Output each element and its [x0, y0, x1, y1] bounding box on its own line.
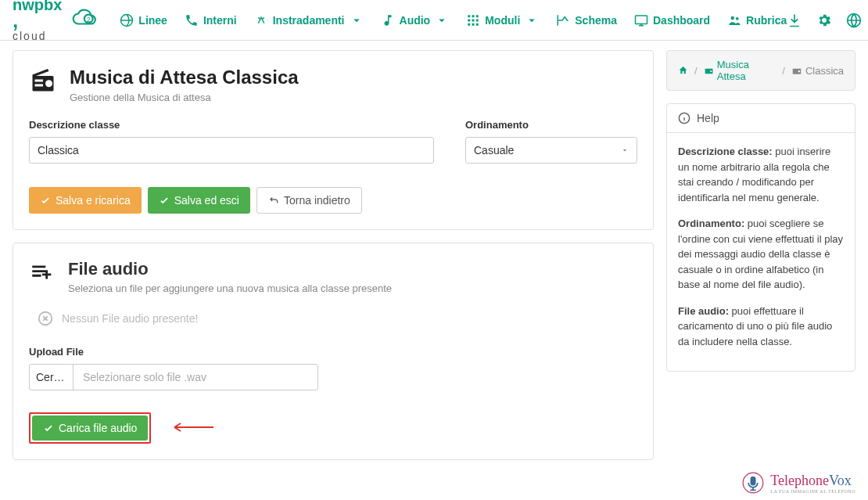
- nav-schema[interactable]: Schema: [556, 13, 617, 27]
- svg-rect-4: [472, 15, 475, 17]
- chevron-down-icon: [435, 13, 449, 27]
- download-icon[interactable]: [787, 13, 802, 28]
- nav-audio[interactable]: Audio: [381, 13, 450, 27]
- gear-icon[interactable]: [816, 13, 832, 28]
- nav-dashboard[interactable]: Dashboard: [634, 13, 710, 27]
- brand-footer: TelephoneVox LA TUA IMMAGINE AL TELEFONO: [742, 472, 855, 482]
- svg-rect-9: [468, 23, 470, 25]
- help-card: Help Descrizione classe: puoi inserire u…: [666, 103, 855, 372]
- nav-instradamenti[interactable]: Instradamenti: [254, 13, 364, 27]
- radio-small-icon: [791, 65, 802, 76]
- svg-point-21: [710, 70, 712, 72]
- page-title: Musica di Attesa Classica: [70, 67, 299, 88]
- empty-state: Nessun File audio presente!: [37, 310, 637, 327]
- mic-icon: [742, 472, 764, 482]
- nav-rubrica[interactable]: Rubrica: [727, 13, 787, 27]
- nav-actions: [787, 13, 868, 28]
- svg-point-14: [736, 16, 739, 20]
- svg-text:2: 2: [87, 16, 91, 23]
- btn-salva-ricarica[interactable]: Salva e ricarica: [29, 187, 142, 214]
- main-nav: Linee Interni Instradamenti Audio Moduli…: [120, 13, 787, 27]
- info-icon: [678, 112, 690, 124]
- radio-icon: [29, 67, 57, 97]
- help-title: Help: [697, 112, 719, 124]
- chevron-down-icon: [350, 13, 364, 27]
- svg-point-23: [798, 70, 800, 72]
- nav-linee[interactable]: Linee: [120, 13, 167, 27]
- card-musica-attesa: Musica di Attesa Classica Gestione della…: [13, 50, 654, 230]
- files-subtitle: Seleziona un file per aggiungere una nuo…: [68, 282, 392, 294]
- topbar: nwpbx , cloud 2 Linee Interni Instradame…: [0, 0, 868, 41]
- select-ordinamento-value: Casuale: [474, 144, 514, 156]
- breadcrumb-end: Classica: [791, 65, 844, 77]
- chevron-down-icon: [525, 13, 539, 27]
- svg-point-16: [45, 80, 52, 87]
- help-body: Descrizione classe: puoi inserire un nom…: [667, 133, 855, 371]
- cloud-badge-icon: 2: [70, 9, 104, 31]
- browse-button[interactable]: Cerca…: [30, 365, 74, 390]
- label-descrizione: Descrizione classe: [29, 119, 434, 131]
- btn-salva-esci[interactable]: Salva ed esci: [148, 187, 250, 214]
- svg-rect-5: [476, 15, 479, 17]
- card-file-audio: File audio Seleziona un file per aggiung…: [13, 243, 654, 460]
- highlight-box: Carica file audio: [29, 412, 151, 444]
- radio-small-icon: [704, 65, 714, 76]
- globe-icon[interactable]: [846, 13, 862, 28]
- nav-interni[interactable]: Interni: [185, 13, 237, 27]
- logo[interactable]: nwpbx , cloud 2: [13, 0, 104, 42]
- btn-carica-file[interactable]: Carica file audio: [32, 415, 148, 441]
- empty-text: Nessun File audio presente!: [62, 312, 198, 325]
- breadcrumb-mid[interactable]: Musica Attesa: [704, 59, 777, 82]
- upload-group: Cerca… Selezionare solo file .wav: [29, 364, 318, 390]
- svg-rect-12: [635, 16, 647, 24]
- upload-placeholder[interactable]: Selezionare solo file .wav: [74, 365, 317, 390]
- nav-moduli[interactable]: Moduli: [466, 13, 539, 27]
- playlist-add-icon: [29, 259, 56, 288]
- input-descrizione[interactable]: [29, 137, 434, 164]
- svg-point-13: [731, 16, 735, 20]
- svg-rect-18: [35, 85, 44, 87]
- svg-rect-17: [35, 80, 44, 82]
- home-icon[interactable]: [678, 65, 688, 76]
- svg-rect-11: [476, 23, 479, 25]
- svg-rect-3: [468, 15, 470, 17]
- logo-text: nwpbx ,: [13, 0, 62, 30]
- arrow-annotation-icon: [167, 421, 213, 436]
- breadcrumb: / Musica Attesa / Classica: [666, 50, 855, 91]
- svg-rect-10: [472, 23, 475, 25]
- svg-rect-7: [472, 19, 475, 21]
- files-title: File audio: [68, 259, 392, 279]
- upload-label: Upload File: [29, 346, 637, 358]
- label-ordinamento: Ordinamento: [465, 119, 637, 131]
- close-circle-icon: [37, 310, 54, 327]
- caret-down-icon: [621, 146, 629, 154]
- logo-subtext: cloud: [13, 30, 62, 42]
- page-subtitle: Gestione della Musica di attesa: [70, 92, 299, 103]
- svg-rect-8: [476, 19, 479, 21]
- select-ordinamento[interactable]: Casuale: [465, 137, 637, 164]
- svg-rect-26: [751, 477, 756, 482]
- btn-torna-indietro[interactable]: Torna indietro: [256, 187, 362, 214]
- svg-rect-6: [468, 19, 470, 21]
